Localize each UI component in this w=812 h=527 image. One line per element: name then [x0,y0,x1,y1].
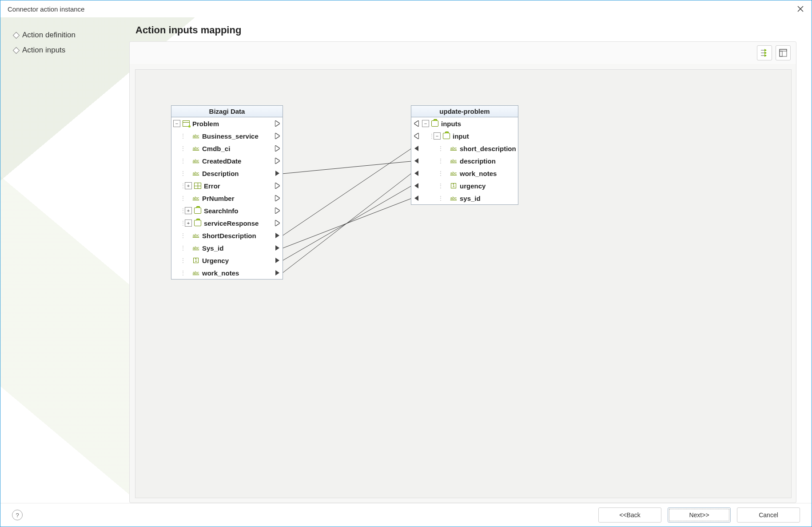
next-button[interactable]: Next>> [668,507,731,523]
connector-out-icon[interactable] [275,270,279,275]
step-action-definition[interactable]: Action definition [14,31,129,40]
field-label: Urgency [202,257,229,264]
target-data-box[interactable]: update-problem −inputs⋮−input⋮abcshort_d… [411,105,518,205]
connector-in-icon[interactable] [414,171,418,176]
source-field-row[interactable]: ⋮abcBusiness_service [171,130,283,142]
field-label: CreatedDate [202,157,241,165]
source-field-row[interactable]: ⋮abcPrNumber [171,192,283,204]
wizard-steps-sidebar: Action definition Action inputs [0,17,129,503]
expand-icon[interactable]: − [434,132,441,140]
field-label: ShortDescription [202,232,256,240]
svg-rect-6 [780,49,787,56]
step-label: Action definition [22,31,76,40]
field-label: Sys_id [202,244,223,252]
source-field-row[interactable]: ⋮abcDescription [171,167,283,180]
expand-icon[interactable]: − [173,120,180,127]
target-box-title: update-problem [411,106,518,117]
cancel-button[interactable]: Cancel [737,507,800,523]
svg-line-10 [282,149,411,236]
connector-out-icon[interactable] [275,158,279,164]
content-area: Action inputs mapping [129,17,812,503]
field-label: work_notes [202,269,239,277]
source-field-row[interactable]: ⋮abcShortDescription [171,229,283,242]
dialog-footer: ? <<Back Next>> Cancel [0,503,812,527]
expand-icon[interactable]: + [185,182,192,189]
connector-in-icon[interactable] [414,158,418,164]
field-label: Cmdb_ci [202,145,230,152]
connector-out-icon[interactable] [275,245,279,251]
source-field-row[interactable]: ⋮+Error [171,180,283,192]
field-label: Error [204,182,220,190]
source-field-row[interactable]: ⋮+serviceResponse [171,217,283,229]
field-label: urgency [460,182,486,190]
connector-in-icon[interactable] [414,133,418,139]
connector-in-icon[interactable] [414,183,418,188]
target-field-row[interactable]: ⋮abcwork_notes [411,167,518,180]
target-field-row[interactable]: ⋮abcsys_id [411,192,518,204]
source-field-row[interactable]: ⋮abcSys_id [171,242,283,254]
connector-out-icon[interactable] [275,171,279,176]
connector-out-icon[interactable] [275,121,279,126]
field-label: Description [202,170,239,177]
source-field-row[interactable]: ⋮abcCreatedDate [171,155,283,167]
target-field-row[interactable]: ⋮1urgency [411,180,518,192]
field-label: SearchInfo [204,207,239,215]
target-field-row[interactable]: ⋮abcdescription [411,155,518,167]
field-label: serviceResponse [204,220,259,227]
source-field-row[interactable]: ⋮abcwork_notes [171,267,283,279]
expand-icon[interactable]: + [185,220,192,227]
expand-icon[interactable]: − [422,120,429,127]
titlebar: Connector action instance [0,0,812,17]
diamond-icon [13,47,20,54]
mapping-toolbar [129,41,796,64]
step-action-inputs[interactable]: Action inputs [14,46,129,55]
connector-in-icon[interactable] [414,121,418,126]
field-label: inputs [441,120,461,128]
dialog-window: Connector action instance Action definit… [0,0,812,527]
source-field-row[interactable]: ⋮abcCmdb_ci [171,142,283,155]
target-field-row[interactable]: −inputs [411,117,518,130]
connector-out-icon[interactable] [275,208,279,213]
source-field-row[interactable]: ⋮+SearchInfo [171,204,283,217]
connector-in-icon[interactable] [414,146,418,151]
source-data-box[interactable]: Bizagi Data −Problem⋮abcBusiness_service… [171,105,283,279]
field-label: description [460,157,496,165]
svg-line-11 [282,199,411,248]
auto-map-button[interactable] [757,45,772,60]
field-label: sys_id [460,195,481,202]
svg-marker-4 [764,52,767,54]
source-box-title: Bizagi Data [171,106,283,117]
mapping-canvas-frame: Bizagi Data −Problem⋮abcBusiness_service… [129,64,796,503]
field-label: work_notes [460,170,497,177]
svg-marker-5 [764,54,767,57]
connector-out-icon[interactable] [275,233,279,238]
expand-icon[interactable]: + [185,207,192,214]
svg-line-9 [282,161,411,174]
connector-out-icon[interactable] [275,146,279,151]
field-label: Problem [192,120,219,128]
field-label: PrNumber [202,195,235,202]
source-field-row[interactable]: −Problem [171,117,283,130]
close-icon[interactable] [794,2,807,16]
connector-out-icon[interactable] [275,183,279,188]
connector-out-icon[interactable] [275,133,279,139]
dialog-body: Action definition Action inputs Action i… [0,17,812,503]
svg-line-12 [282,186,411,261]
connector-in-icon[interactable] [414,196,418,201]
svg-rect-8 [780,51,782,56]
field-label: Business_service [202,132,259,140]
help-icon[interactable]: ? [12,510,23,520]
connector-out-icon[interactable] [275,258,279,263]
field-label: short_description [460,145,516,152]
layout-button[interactable] [776,45,791,60]
diamond-icon [13,32,20,39]
connector-out-icon[interactable] [275,220,279,226]
source-field-row[interactable]: ⋮1Urgency [171,254,283,267]
back-button[interactable]: <<Back [598,507,661,523]
window-title: Connector action instance [8,5,84,13]
target-field-row[interactable]: ⋮abcshort_description [411,142,518,155]
target-field-row[interactable]: ⋮−input [411,130,518,142]
mapping-canvas[interactable]: Bizagi Data −Problem⋮abcBusiness_service… [135,69,792,498]
connector-out-icon[interactable] [275,196,279,201]
svg-line-13 [282,174,411,273]
